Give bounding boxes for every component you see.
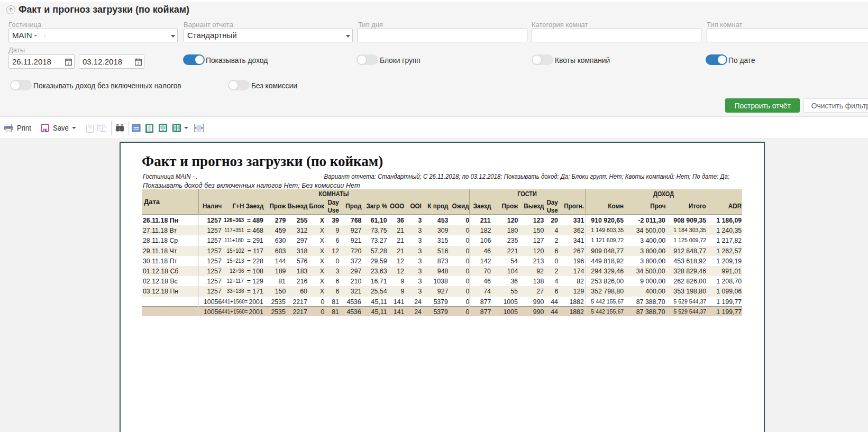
svg-text:7: 7 xyxy=(67,61,70,66)
svg-text:?: ? xyxy=(88,126,92,132)
svg-text:7: 7 xyxy=(137,61,140,66)
